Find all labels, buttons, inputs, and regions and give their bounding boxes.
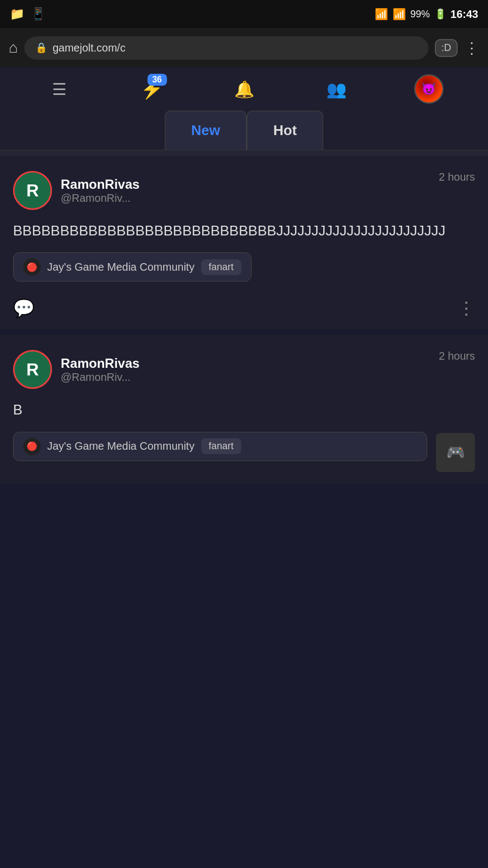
post-header-2: R RamonRivas @RamonRiv... 2 hours (13, 350, 475, 389)
user-avatar-2[interactable]: R (13, 350, 52, 389)
browser-bar: ⌂ 🔒 gamejolt.com/c :D ⋮ (0, 28, 488, 67)
status-bar: 📁 📱 📶 📶 99% 🔋 16:43 (0, 0, 488, 28)
url-bar[interactable]: 🔒 gamejolt.com/c (24, 36, 428, 60)
friends-nav-item[interactable]: 👥 (290, 80, 382, 99)
community-icon-2: 🔴 (23, 438, 41, 455)
url-text: gamejolt.com/c (53, 42, 126, 54)
community-flair: fanart (201, 259, 241, 275)
community-name-2: Jay's Game Media Community (47, 440, 195, 452)
feed-tabs: New Hot (0, 111, 488, 150)
feed-divider (0, 150, 488, 156)
more-button[interactable]: ⋮ (458, 298, 475, 318)
status-left: 📁 📱 (10, 7, 46, 21)
avatar-image: 😈 (415, 75, 442, 103)
battery-percent: 99% (410, 9, 430, 20)
screen-record-icon: 📱 (31, 7, 46, 21)
community-tag-2[interactable]: 🔴 Jay's Game Media Community fanart (13, 432, 427, 461)
user-avatar[interactable]: R (13, 171, 52, 210)
post-time-2: 2 hours (439, 350, 475, 362)
post-thumbnail[interactable]: 🎮 (436, 433, 475, 472)
browser-menu-button[interactable]: ⋮ (464, 39, 479, 57)
tab-new[interactable]: New (165, 111, 247, 150)
menu-icon[interactable]: ☰ (52, 80, 67, 99)
friends-icon[interactable]: 👥 (326, 80, 346, 99)
emoji-button[interactable]: :D (435, 39, 458, 57)
tab-hot[interactable]: Hot (247, 111, 323, 150)
signal-icon: 📶 (393, 8, 406, 21)
user-handle: @RamonRiv... (61, 192, 475, 205)
community-tag-row-2: 🔴 Jay's Game Media Community fanart 🎮 (13, 432, 475, 473)
user-info: RamonRivas @RamonRiv... (61, 177, 475, 205)
community-name: Jay's Game Media Community (47, 261, 195, 273)
home-button[interactable]: ⌂ (9, 39, 18, 56)
community-icon: 🔴 (23, 258, 41, 276)
post-time: 2 hours (439, 171, 475, 183)
community-flair-2: fanart (201, 438, 241, 454)
user-info-2: RamonRivas @RamonRiv... (61, 356, 475, 384)
activity-nav-item[interactable]: 36 ⚡ (105, 78, 197, 100)
comment-button[interactable]: 💬 (13, 298, 35, 318)
clock: 16:43 (451, 8, 478, 21)
post-card-2: R RamonRivas @RamonRiv... 2 hours B 🔴 Ja… (0, 335, 488, 483)
post-actions: 💬 ⋮ (13, 293, 475, 318)
username[interactable]: RamonRivas (61, 177, 475, 192)
post-card: R RamonRivas @RamonRiv... 2 hours BBBBBB… (0, 156, 488, 329)
user-handle-2: @RamonRiv... (61, 371, 475, 384)
battery-icon: 🔋 (434, 8, 446, 20)
notification-badge: 36 (147, 74, 167, 86)
username-2[interactable]: RamonRivas (61, 356, 475, 371)
post-header: R RamonRivas @RamonRiv... 2 hours (13, 171, 475, 210)
lock-icon: 🔒 (35, 42, 47, 54)
nav-bar: ☰ 36 ⚡ 🔔 👥 😈 (0, 67, 488, 111)
community-tag[interactable]: 🔴 Jay's Game Media Community fanart (13, 252, 252, 282)
user-avatar-nav[interactable]: 😈 (414, 74, 444, 104)
profile-nav-item[interactable]: 😈 (383, 74, 475, 104)
post-content: BBBBBBBBBBBBBBBBBBBBBBBBBBBBJJJJJJJJJJJJ… (13, 221, 475, 240)
bell-icon[interactable]: 🔔 (234, 80, 254, 99)
wifi-icon: 📶 (375, 8, 388, 21)
status-right: 📶 📶 99% 🔋 16:43 (375, 8, 478, 21)
bell-nav-item[interactable]: 🔔 (198, 80, 290, 99)
post-content-2: B (13, 400, 475, 419)
folder-icon: 📁 (10, 7, 24, 21)
menu-nav-item[interactable]: ☰ (13, 80, 105, 99)
